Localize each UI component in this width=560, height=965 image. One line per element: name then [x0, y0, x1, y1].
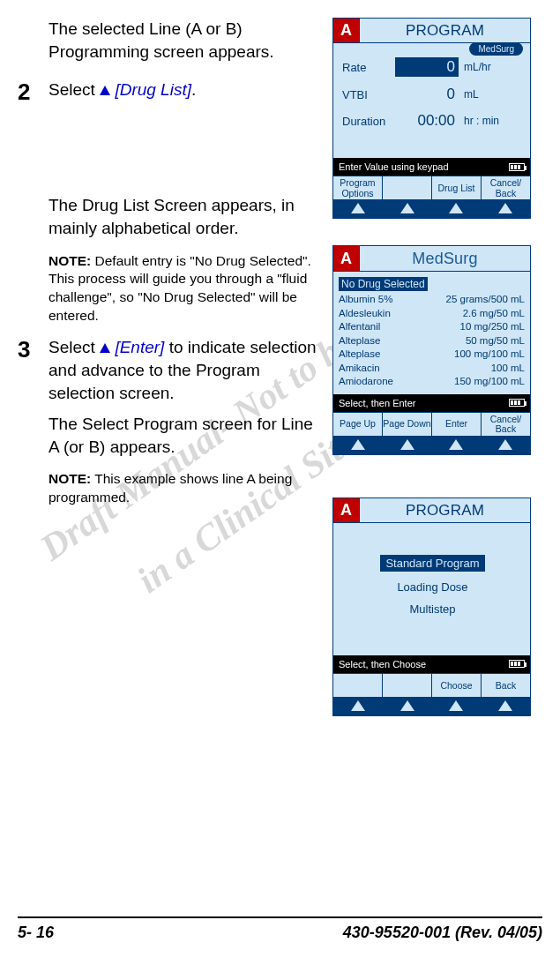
triangle-up-icon[interactable]: [449, 203, 463, 213]
prompt-text: Enter Value using keypad: [339, 161, 449, 172]
softkey-cancel-back[interactable]: Cancel/ Back: [482, 413, 530, 436]
softkey-back[interactable]: Back: [482, 674, 530, 697]
duration-label: Duration: [342, 115, 395, 128]
screen-title: PROGRAM: [360, 498, 530, 522]
prompt-text: Select, then Choose: [339, 659, 426, 670]
triangle-up-icon[interactable]: [449, 700, 463, 711]
triangle-up-icon[interactable]: [498, 439, 512, 450]
step3-text-pre: Select: [49, 338, 100, 356]
vtbi-label: VTBI: [342, 88, 395, 101]
step2-text-post: .: [191, 80, 196, 99]
triangle-up-icon[interactable]: [351, 700, 365, 711]
paragraph-select-program: The Select Program screen for Line A (or…: [49, 413, 322, 458]
prompt-bar: Select, then Choose: [333, 655, 530, 673]
softkey-cancel-back[interactable]: Cancel/ Back: [482, 176, 530, 199]
triangle-icon: [100, 86, 110, 95]
step2-text-pre: Select: [49, 80, 100, 99]
softkey-arrow-row: [333, 199, 530, 218]
step-3: 3 Select [Enter] to indicate selection a…: [18, 336, 322, 404]
page-footer: 5- 16 430-95520-001 (Rev. 04/05): [18, 916, 542, 942]
duration-row: Duration 00:00 hr : min: [342, 112, 523, 130]
battery-icon: [509, 660, 525, 668]
program-list: Standard Program Loading Dose Multistep: [342, 555, 523, 616]
battery-icon: [509, 399, 525, 407]
note-label: NOTE:: [49, 253, 91, 268]
triangle-up-icon[interactable]: [449, 439, 463, 450]
rate-label: Rate: [342, 61, 395, 74]
vtbi-value[interactable]: 0: [395, 86, 459, 103]
triangle-up-icon[interactable]: [498, 700, 512, 711]
page-number: 5- 16: [18, 924, 54, 942]
step-number: 2: [18, 79, 40, 106]
drug-row[interactable]: Amikacin100 mL: [339, 362, 525, 376]
softkey-drug-list[interactable]: Drug List: [432, 176, 482, 199]
step-2: 2 Select [Drug List].: [18, 79, 322, 106]
drug-row[interactable]: Amiodarone150 mg/100 mL: [339, 375, 525, 389]
prompt-bar: Select, then Enter: [333, 394, 530, 412]
rate-value[interactable]: 0: [395, 57, 459, 77]
battery-icon: [509, 163, 525, 171]
line-indicator: A: [333, 246, 360, 271]
drug-row[interactable]: Albumin 5%25 grams/500 mL: [339, 293, 525, 307]
softkey-program-options[interactable]: Program Options: [333, 176, 383, 199]
program-standard[interactable]: Standard Program: [380, 555, 484, 572]
rate-row: Rate 0 mL/hr: [342, 57, 523, 77]
step-number: 3: [18, 336, 40, 404]
triangle-up-icon[interactable]: [400, 203, 414, 213]
document-id: 430-95520-001 (Rev. 04/05): [343, 924, 542, 942]
triangle-up-icon[interactable]: [351, 439, 365, 450]
screen-select-program: A PROGRAM Standard Program Loading Dose …: [332, 497, 531, 716]
screen-program-entry: A PROGRAM MedSurg Rate 0 mL/hr VTBI 0 mL…: [332, 18, 531, 219]
triangle-up-icon[interactable]: [400, 700, 414, 711]
screen-title: PROGRAM: [360, 19, 530, 42]
paragraph-druglist-appears: The Drug List Screen appears, in mainly …: [49, 194, 322, 239]
duration-unit: hr : min: [464, 115, 499, 127]
triangle-up-icon[interactable]: [351, 203, 365, 213]
screen-title: MedSurg: [360, 246, 530, 271]
note-label: NOTE:: [49, 471, 91, 486]
triangle-up-icon[interactable]: [400, 439, 414, 450]
softkey-page-up[interactable]: Page Up: [333, 413, 383, 436]
softkey-choose[interactable]: Choose: [432, 674, 482, 697]
no-drug-selected[interactable]: No Drug Selected: [339, 277, 428, 291]
softkey-arrow-row: [333, 436, 530, 454]
softkey-blank[interactable]: [383, 176, 432, 199]
screen-drug-list: A MedSurg No Drug Selected Albumin 5%25 …: [332, 245, 531, 455]
prompt-bar: Enter Value using keypad: [333, 158, 530, 176]
rate-unit: mL/hr: [464, 61, 491, 73]
softkey-blank[interactable]: [333, 674, 383, 697]
line-indicator: A: [333, 498, 360, 522]
note-line-a-example: NOTE: This example shows line A being pr…: [49, 470, 322, 507]
drug-row[interactable]: Alfentanil10 mg/250 mL: [339, 320, 525, 334]
vtbi-unit: mL: [464, 88, 479, 101]
medsurg-tag: MedSurg: [469, 42, 523, 56]
triangle-icon: [100, 343, 110, 353]
softkey-page-down[interactable]: Page Down: [383, 413, 432, 436]
enter-reference: [Enter]: [115, 338, 164, 356]
instruction-text-column: The selected Line (A or B) Programming s…: [18, 18, 322, 716]
drug-row[interactable]: Alteplase100 mg/100 mL: [339, 348, 525, 362]
duration-value[interactable]: 00:00: [395, 112, 459, 130]
drug-row[interactable]: Alteplase50 mg/50 mL: [339, 334, 525, 348]
program-loading-dose[interactable]: Loading Dose: [397, 580, 467, 594]
prompt-text: Select, then Enter: [339, 398, 415, 408]
triangle-up-icon[interactable]: [498, 203, 512, 213]
note-default-entry: NOTE: Default entry is "No Drug Selected…: [49, 252, 322, 326]
softkey-arrow-row: [333, 697, 530, 715]
drug-row[interactable]: Aldesleukin2.6 mg/50 mL: [339, 307, 525, 321]
vtbi-row: VTBI 0 mL: [342, 86, 523, 103]
line-indicator: A: [333, 19, 360, 42]
drug-list: Albumin 5%25 grams/500 mL Aldesleukin2.6…: [339, 293, 525, 389]
program-multistep[interactable]: Multistep: [409, 602, 455, 616]
softkey-enter[interactable]: Enter: [432, 413, 482, 436]
drug-list-reference: [Drug List]: [115, 80, 191, 99]
softkey-blank[interactable]: [383, 674, 432, 697]
paragraph-line-appears: The selected Line (A or B) Programming s…: [49, 18, 322, 63]
